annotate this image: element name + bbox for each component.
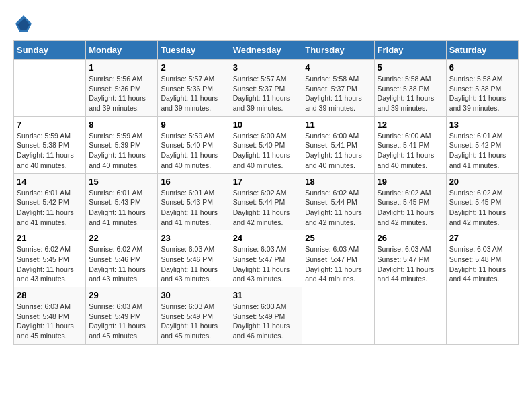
day-info: Sunrise: 6:01 AM Sunset: 5:42 PM Dayligh… <box>449 131 515 171</box>
day-info: Sunrise: 6:03 AM Sunset: 5:48 PM Dayligh… <box>17 302 83 341</box>
day-number: 24 <box>233 233 300 243</box>
day-info: Sunrise: 6:03 AM Sunset: 5:47 PM Dayligh… <box>378 244 443 284</box>
day-info: Sunrise: 6:02 AM Sunset: 5:44 PM Dayligh… <box>305 188 371 228</box>
day-number: 27 <box>449 233 515 243</box>
day-number: 31 <box>233 290 300 300</box>
day-number: 3 <box>233 62 300 73</box>
day-number: 30 <box>161 290 226 300</box>
generalblue-logo-icon <box>13 13 34 34</box>
day-info: Sunrise: 6:01 AM Sunset: 5:43 PM Dayligh… <box>161 188 226 228</box>
calendar-cell: 17Sunrise: 6:02 AM Sunset: 5:44 PM Dayli… <box>230 173 302 230</box>
day-info: Sunrise: 5:56 AM Sunset: 5:36 PM Dayligh… <box>89 74 154 113</box>
day-info: Sunrise: 5:59 AM Sunset: 5:38 PM Dayligh… <box>17 131 83 171</box>
day-number: 5 <box>378 62 443 73</box>
day-number: 1 <box>89 62 154 73</box>
calendar-cell: 23Sunrise: 6:03 AM Sunset: 5:46 PM Dayli… <box>158 230 230 287</box>
day-number: 16 <box>161 177 226 187</box>
day-number: 18 <box>305 177 371 187</box>
calendar-cell: 26Sunrise: 6:03 AM Sunset: 5:47 PM Dayli… <box>374 230 446 287</box>
calendar-cell: 6Sunrise: 5:58 AM Sunset: 5:38 PM Daylig… <box>446 60 518 117</box>
day-number: 19 <box>378 177 443 187</box>
day-info: Sunrise: 6:03 AM Sunset: 5:49 PM Dayligh… <box>161 302 226 341</box>
calendar-week-row: 28Sunrise: 6:03 AM Sunset: 5:48 PM Dayli… <box>14 287 519 345</box>
calendar-cell: 21Sunrise: 6:02 AM Sunset: 5:45 PM Dayli… <box>14 230 86 287</box>
calendar-header-row: SundayMondayTuesdayWednesdayThursdayFrid… <box>14 41 519 60</box>
day-info: Sunrise: 6:03 AM Sunset: 5:49 PM Dayligh… <box>233 302 300 341</box>
calendar-cell: 4Sunrise: 5:58 AM Sunset: 5:37 PM Daylig… <box>302 60 374 117</box>
day-number: 20 <box>449 177 515 187</box>
day-number: 11 <box>305 120 371 130</box>
day-info: Sunrise: 5:58 AM Sunset: 5:38 PM Dayligh… <box>378 74 443 113</box>
day-info: Sunrise: 6:00 AM Sunset: 5:40 PM Dayligh… <box>233 131 300 171</box>
day-number: 28 <box>17 290 83 300</box>
column-header-saturday: Saturday <box>446 41 518 60</box>
calendar-cell <box>14 60 86 117</box>
calendar-cell: 22Sunrise: 6:02 AM Sunset: 5:46 PM Dayli… <box>86 230 158 287</box>
day-number: 23 <box>161 233 226 243</box>
calendar-cell: 12Sunrise: 6:00 AM Sunset: 5:41 PM Dayli… <box>374 116 446 173</box>
day-info: Sunrise: 6:02 AM Sunset: 5:45 PM Dayligh… <box>449 188 515 228</box>
calendar-cell: 1Sunrise: 5:56 AM Sunset: 5:36 PM Daylig… <box>86 60 158 117</box>
day-info: Sunrise: 6:00 AM Sunset: 5:41 PM Dayligh… <box>305 131 371 171</box>
calendar-cell: 10Sunrise: 6:00 AM Sunset: 5:40 PM Dayli… <box>230 116 302 173</box>
calendar-cell: 16Sunrise: 6:01 AM Sunset: 5:43 PM Dayli… <box>158 173 230 230</box>
day-number: 22 <box>89 233 154 243</box>
calendar-cell: 27Sunrise: 6:03 AM Sunset: 5:48 PM Dayli… <box>446 230 518 287</box>
calendar-cell: 31Sunrise: 6:03 AM Sunset: 5:49 PM Dayli… <box>230 287 302 345</box>
day-number: 4 <box>305 62 371 73</box>
calendar-cell: 14Sunrise: 6:01 AM Sunset: 5:42 PM Dayli… <box>14 173 86 230</box>
calendar-cell: 2Sunrise: 5:57 AM Sunset: 5:36 PM Daylig… <box>158 60 230 117</box>
day-number: 17 <box>233 177 300 187</box>
day-info: Sunrise: 5:58 AM Sunset: 5:37 PM Dayligh… <box>305 74 371 113</box>
calendar-cell: 24Sunrise: 6:03 AM Sunset: 5:47 PM Dayli… <box>230 230 302 287</box>
calendar-cell: 11Sunrise: 6:00 AM Sunset: 5:41 PM Dayli… <box>302 116 374 173</box>
day-number: 15 <box>89 177 154 187</box>
calendar-cell: 29Sunrise: 6:03 AM Sunset: 5:49 PM Dayli… <box>86 287 158 345</box>
day-info: Sunrise: 6:03 AM Sunset: 5:48 PM Dayligh… <box>449 244 515 284</box>
calendar-week-row: 21Sunrise: 6:02 AM Sunset: 5:45 PM Dayli… <box>14 230 519 287</box>
day-number: 12 <box>378 120 443 130</box>
calendar-cell: 15Sunrise: 6:01 AM Sunset: 5:43 PM Dayli… <box>86 173 158 230</box>
calendar-cell <box>374 287 446 345</box>
day-number: 13 <box>449 120 515 130</box>
column-header-thursday: Thursday <box>302 41 374 60</box>
day-number: 2 <box>161 62 226 73</box>
calendar-cell: 19Sunrise: 6:02 AM Sunset: 5:45 PM Dayli… <box>374 173 446 230</box>
day-info: Sunrise: 5:57 AM Sunset: 5:36 PM Dayligh… <box>161 74 226 113</box>
day-info: Sunrise: 6:00 AM Sunset: 5:41 PM Dayligh… <box>378 131 443 171</box>
day-info: Sunrise: 6:03 AM Sunset: 5:47 PM Dayligh… <box>233 244 300 284</box>
calendar-cell <box>446 287 518 345</box>
day-number: 9 <box>161 120 226 130</box>
day-number: 14 <box>17 177 83 187</box>
calendar-cell: 18Sunrise: 6:02 AM Sunset: 5:44 PM Dayli… <box>302 173 374 230</box>
calendar-cell: 9Sunrise: 5:59 AM Sunset: 5:40 PM Daylig… <box>158 116 230 173</box>
calendar-cell: 3Sunrise: 5:57 AM Sunset: 5:37 PM Daylig… <box>230 60 302 117</box>
calendar-cell: 30Sunrise: 6:03 AM Sunset: 5:49 PM Dayli… <box>158 287 230 345</box>
day-info: Sunrise: 5:59 AM Sunset: 5:40 PM Dayligh… <box>161 131 226 171</box>
day-info: Sunrise: 6:02 AM Sunset: 5:45 PM Dayligh… <box>17 244 83 284</box>
day-info: Sunrise: 5:58 AM Sunset: 5:38 PM Dayligh… <box>449 74 515 113</box>
day-info: Sunrise: 6:01 AM Sunset: 5:43 PM Dayligh… <box>89 188 154 228</box>
column-header-monday: Monday <box>86 41 158 60</box>
day-number: 6 <box>449 62 515 73</box>
day-number: 25 <box>305 233 371 243</box>
calendar-cell: 13Sunrise: 6:01 AM Sunset: 5:42 PM Dayli… <box>446 116 518 173</box>
day-number: 10 <box>233 120 300 130</box>
calendar-cell: 8Sunrise: 5:59 AM Sunset: 5:39 PM Daylig… <box>86 116 158 173</box>
column-header-friday: Friday <box>374 41 446 60</box>
calendar-cell: 5Sunrise: 5:58 AM Sunset: 5:38 PM Daylig… <box>374 60 446 117</box>
day-number: 7 <box>17 120 83 130</box>
day-info: Sunrise: 5:57 AM Sunset: 5:37 PM Dayligh… <box>233 74 300 113</box>
column-header-tuesday: Tuesday <box>158 41 230 60</box>
column-header-sunday: Sunday <box>14 41 86 60</box>
day-info: Sunrise: 5:59 AM Sunset: 5:39 PM Dayligh… <box>89 131 154 171</box>
calendar-week-row: 7Sunrise: 5:59 AM Sunset: 5:38 PM Daylig… <box>14 116 519 173</box>
page-header <box>13 13 519 34</box>
column-header-wednesday: Wednesday <box>230 41 302 60</box>
day-info: Sunrise: 6:03 AM Sunset: 5:47 PM Dayligh… <box>305 244 371 284</box>
calendar-cell: 7Sunrise: 5:59 AM Sunset: 5:38 PM Daylig… <box>14 116 86 173</box>
day-info: Sunrise: 6:02 AM Sunset: 5:45 PM Dayligh… <box>378 188 443 228</box>
day-number: 26 <box>378 233 443 243</box>
day-number: 29 <box>89 290 154 300</box>
day-info: Sunrise: 6:02 AM Sunset: 5:44 PM Dayligh… <box>233 188 300 228</box>
